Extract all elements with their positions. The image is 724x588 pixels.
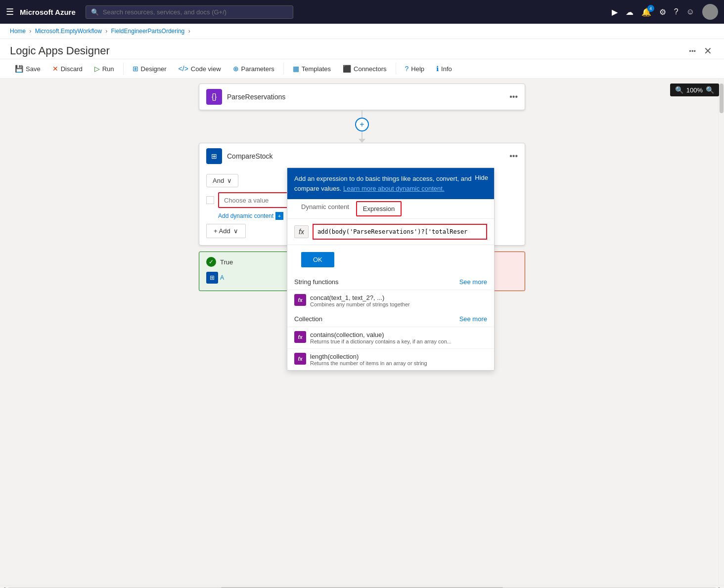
compare-stock-header[interactable]: ⊞ CompareStock ••• — [199, 143, 525, 169]
notifications-icon[interactable]: 🔔 4 — [641, 7, 651, 17]
compare-stock-more[interactable]: ••• — [509, 152, 518, 161]
parse-reservations-node[interactable]: {} ParseReservations ••• — [199, 84, 525, 110]
true-label: True — [220, 258, 233, 266]
function-concat-desc: Combines any number of strings together — [310, 301, 487, 307]
breadcrumb-home[interactable]: Home — [10, 28, 26, 35]
topbar-icons: ▶ ☁ 🔔 4 ⚙ ? ☺ — [612, 4, 718, 20]
compare-stock-title: CompareStock — [227, 152, 504, 160]
info-button[interactable]: ℹ Info — [431, 62, 457, 75]
add-connector-button[interactable]: + — [355, 118, 369, 131]
save-icon: 💾 — [15, 65, 23, 73]
hide-button[interactable]: Hide — [475, 174, 488, 181]
breadcrumb-workflow[interactable]: Microsoft.EmptyWorkflow — [35, 28, 102, 35]
discard-button[interactable]: ✕ Discard — [47, 62, 88, 75]
function-length[interactable]: fx length(collection) Returns the number… — [287, 348, 494, 370]
expression-input[interactable] — [313, 224, 487, 240]
functions-section: String functions See more fx concat(text… — [287, 274, 494, 370]
panel-tabs: Dynamic content Expression — [287, 199, 494, 219]
scroll-right-button[interactable]: ▶ — [717, 586, 724, 588]
scroll-thumb-v[interactable] — [720, 84, 724, 113]
topbar: ☰ Microsoft Azure 🔍 ▶ ☁ 🔔 4 ⚙ ? ☺ — [0, 0, 724, 24]
function-concat[interactable]: fx concat(text_1, text_2?, ...) Combines… — [287, 290, 494, 311]
add-button[interactable]: + Add ∨ — [206, 224, 246, 238]
condition-checkbox[interactable] — [206, 196, 214, 204]
learn-more-link[interactable]: Learn more about dynamic content. — [343, 185, 445, 192]
add-label: + Add — [214, 227, 230, 235]
discard-icon: ✕ — [52, 65, 58, 73]
search-input[interactable] — [103, 8, 288, 16]
expression-input-area: fx — [287, 219, 494, 245]
collection-label: Collection — [294, 315, 322, 323]
designer-button[interactable]: ⊞ Designer — [128, 62, 172, 75]
parse-reservations-header[interactable]: {} ParseReservations ••• — [199, 84, 525, 110]
help-button[interactable]: ? Help — [400, 62, 430, 75]
notification-badge: 4 — [647, 5, 654, 12]
toolbar-divider-3 — [396, 63, 396, 75]
parameters-button[interactable]: ⊕ Parameters — [228, 62, 279, 75]
feedback-icon[interactable]: ☺ — [686, 7, 694, 16]
close-button[interactable]: ✕ — [702, 43, 714, 59]
see-more-collection-button[interactable]: See more — [459, 315, 487, 323]
tab-expression[interactable]: Expression — [356, 201, 402, 216]
page-more-icon[interactable]: ••• — [689, 47, 696, 55]
expression-panel-header: Add an expression to do basic things lik… — [287, 168, 494, 199]
and-chevron-icon: ∨ — [227, 177, 232, 184]
zoom-out-icon[interactable]: 🔍 — [675, 86, 683, 94]
designer-icon: ⊞ — [133, 65, 138, 73]
breadcrumb: Home › Microsoft.EmptyWorkflow › FieldEn… — [0, 24, 724, 39]
dynamic-content-label: Add dynamic content — [218, 212, 273, 219]
choose-value-1-input[interactable] — [218, 192, 297, 208]
and-selector[interactable]: And ∨ — [206, 174, 238, 187]
line-1 — [362, 110, 362, 118]
function-fx-icon-3: fx — [294, 353, 306, 365]
toolbar-divider-1 — [123, 63, 124, 75]
function-contains[interactable]: fx contains(collection, value) Returns t… — [287, 327, 494, 348]
templates-button[interactable]: ▦ Templates — [288, 62, 336, 75]
see-more-string-button[interactable]: See more — [459, 278, 487, 286]
search-box[interactable]: 🔍 — [86, 5, 293, 19]
line-2 — [362, 131, 362, 139]
page-title: Logic Apps Designer — [10, 44, 683, 57]
breadcrumb-field[interactable]: FieldEngineerPartsOrdering — [111, 28, 185, 35]
parse-reservations-more[interactable]: ••• — [509, 92, 518, 101]
function-contains-name: contains(collection, value) — [310, 331, 487, 338]
ok-button[interactable]: OK — [301, 252, 334, 267]
code-icon: </> — [179, 65, 188, 73]
scroll-left-button[interactable]: ◀ — [0, 586, 7, 588]
templates-icon: ▦ — [293, 65, 299, 73]
help-icon: ? — [405, 65, 409, 73]
code-view-button[interactable]: </> Code view — [174, 62, 226, 75]
toolbar-divider-2 — [283, 63, 284, 75]
cloudshell-icon[interactable]: ☁ — [626, 7, 634, 17]
vertical-scrollbar[interactable] — [718, 79, 724, 585]
zoom-in-icon[interactable]: 🔍 — [706, 86, 714, 94]
user-avatar[interactable] — [702, 4, 718, 20]
ok-area: OK — [287, 245, 494, 274]
parse-reservations-title: ParseReservations — [227, 93, 504, 101]
function-concat-info: concat(text_1, text_2?, ...) Combines an… — [310, 294, 487, 307]
function-length-desc: Returns the number of items in an array … — [310, 360, 487, 366]
help-icon[interactable]: ? — [674, 7, 679, 16]
breadcrumb-sep-3: › — [188, 28, 190, 35]
connectors-button[interactable]: ⬛ Connectors — [338, 62, 391, 75]
terminal-icon[interactable]: ▶ — [612, 7, 618, 17]
compare-stock-icon: ⊞ — [206, 148, 222, 164]
connector-arrow-1 — [359, 139, 365, 143]
toolbar: 💾 Save ✕ Discard ▷ Run ⊞ Designer </> Co… — [0, 59, 724, 79]
designer-canvas: 🔍 100% 🔍 {} ParseReservations ••• + — [0, 79, 724, 585]
string-functions-label: String functions — [294, 278, 339, 286]
bottom-scrollbar[interactable]: ◀ ▶ — [0, 585, 724, 588]
settings-icon[interactable]: ⚙ — [659, 7, 666, 17]
and-label: And — [213, 177, 224, 184]
add-chevron-icon: ∨ — [233, 227, 238, 235]
connector-1: + — [355, 110, 369, 143]
function-fx-icon-2: fx — [294, 331, 306, 343]
string-functions-header: String functions See more — [287, 274, 494, 290]
true-icon: ✓ — [206, 257, 216, 267]
save-button[interactable]: 💾 Save — [10, 62, 45, 75]
tab-dynamic-content[interactable]: Dynamic content — [294, 199, 356, 218]
hamburger-icon[interactable]: ☰ — [6, 6, 14, 17]
zoom-controls: 🔍 100% 🔍 — [670, 84, 719, 96]
run-button[interactable]: ▷ Run — [90, 62, 119, 75]
function-fx-icon-1: fx — [294, 294, 306, 306]
